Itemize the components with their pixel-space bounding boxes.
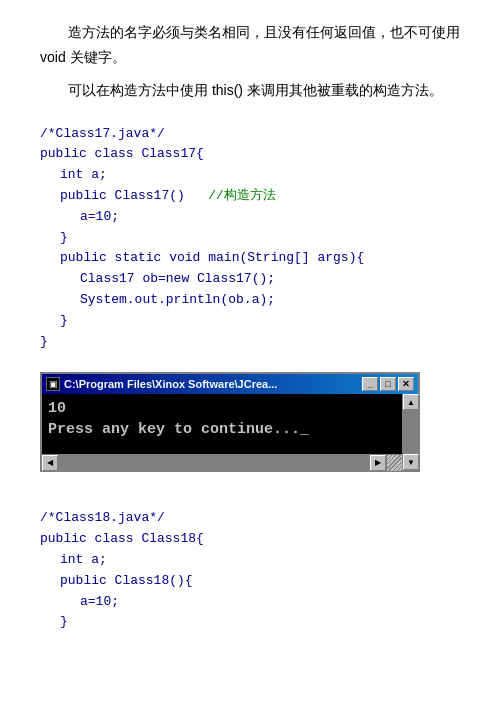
code-line-new-obj: Class17 ob=new Class17(); — [40, 269, 460, 290]
code-block-2: /*Class18.java*/ public class Class18{ i… — [40, 508, 460, 633]
code-line-main-sig: public static void main(String[] args){ — [40, 248, 460, 269]
code-filename-1: /*Class17.java*/ — [40, 124, 460, 145]
intro-line1: 造方法的名字必须与类名相同，且没有任何返回值，也不可使用 void 关键字。 — [40, 20, 460, 70]
vscroll-down-button[interactable]: ▼ — [403, 454, 419, 470]
section-gap — [40, 492, 460, 508]
comment-constructor: //构造方法 — [208, 188, 276, 203]
terminal-vscrollbar[interactable]: ▲ ▼ — [402, 394, 418, 470]
code-filename-2: /*Class18.java*/ — [40, 508, 460, 529]
hscroll-right-button[interactable]: ▶ — [370, 455, 386, 471]
terminal-body: 10 Press any key to continue..._ — [42, 394, 402, 454]
terminal-restore-button[interactable]: □ — [380, 377, 396, 391]
terminal-output-line2: Press any key to continue..._ — [48, 419, 396, 440]
code-line-print: System.out.println(ob.a); — [40, 290, 460, 311]
terminal-hscrollbar[interactable]: ◀ ▶ — [42, 454, 402, 470]
code-line-field: int a; — [40, 165, 460, 186]
terminal-wrapper: 10 Press any key to continue..._ ◀ ▶ ▲ ▼ — [42, 394, 418, 470]
code-line-constructor-sig: public Class17() //构造方法 — [40, 186, 460, 207]
hscroll-left-button[interactable]: ◀ — [42, 455, 58, 471]
terminal-titlebar-left: ▣ C:\Program Files\Xinox Software\JCrea.… — [46, 377, 277, 391]
terminal-output-line1: 10 — [48, 398, 396, 419]
code2-line-class: public class Class18{ — [40, 529, 460, 550]
vscroll-up-button[interactable]: ▲ — [403, 394, 419, 410]
terminal-main: 10 Press any key to continue..._ ◀ ▶ — [42, 394, 402, 470]
terminal-title: C:\Program Files\Xinox Software\JCrea... — [64, 378, 277, 390]
code2-line-field: int a; — [40, 550, 460, 571]
intro-text: 造方法的名字必须与类名相同，且没有任何返回值，也不可使用 void 关键字。 可… — [40, 20, 460, 104]
code-section-1: /*Class17.java*/ public class Class17{ i… — [40, 124, 460, 353]
code-line-close-constructor: } — [40, 228, 460, 249]
terminal-minimize-button[interactable]: _ — [362, 377, 378, 391]
code-line-close-main: } — [40, 311, 460, 332]
code-line-class: public class Class17{ — [40, 144, 460, 165]
terminal-close-button[interactable]: ✕ — [398, 377, 414, 391]
code2-line-close: } — [40, 612, 460, 633]
hscroll-corner — [386, 455, 402, 471]
code-section-2: /*Class18.java*/ public class Class18{ i… — [40, 508, 460, 633]
code2-line-assign: a=10; — [40, 592, 460, 613]
terminal-controls[interactable]: _ □ ✕ — [362, 377, 414, 391]
vscroll-track — [403, 410, 418, 454]
intro-line2: 可以在构造方法中使用 this() 来调用其他被重载的构造方法。 — [40, 78, 460, 103]
code-block-1: /*Class17.java*/ public class Class17{ i… — [40, 124, 460, 353]
terminal-icon: ▣ — [46, 377, 60, 391]
code-line-assign: a=10; — [40, 207, 460, 228]
terminal-titlebar: ▣ C:\Program Files\Xinox Software\JCrea.… — [42, 374, 418, 394]
hscroll-track — [58, 455, 370, 470]
terminal-window: ▣ C:\Program Files\Xinox Software\JCrea.… — [40, 372, 420, 472]
code2-line-constructor: public Class18(){ — [40, 571, 460, 592]
page-content: 造方法的名字必须与类名相同，且没有任何返回值，也不可使用 void 关键字。 可… — [0, 0, 500, 669]
code-line-close-class: } — [40, 332, 460, 353]
